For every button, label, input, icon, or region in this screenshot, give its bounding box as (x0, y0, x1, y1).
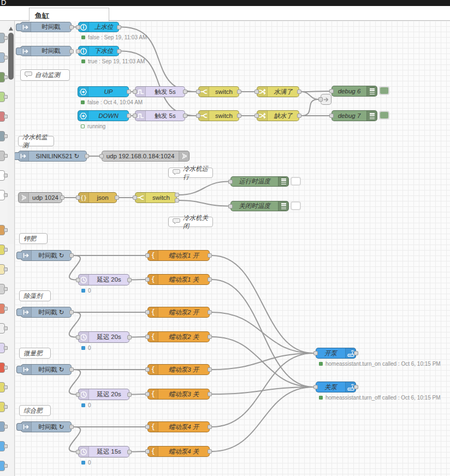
output-port[interactable] (208, 392, 212, 396)
input-port[interactable] (228, 204, 233, 209)
palette-scroll-up-icon[interactable] (9, 27, 13, 31)
input-port[interactable] (254, 114, 259, 118)
output-port[interactable] (127, 335, 132, 340)
output-port[interactable] (69, 253, 74, 258)
comment-node[interactable]: 微量肥 (19, 348, 51, 359)
input-port[interactable] (313, 385, 318, 389)
node-inject-timestamp-a[interactable]: 时间戳 ↻ (21, 250, 72, 261)
input-port[interactable] (76, 25, 80, 29)
output-port[interactable] (208, 367, 212, 372)
tab-fish-tank[interactable]: 鱼缸 (29, 8, 109, 21)
palette-node-stub[interactable] (0, 111, 5, 122)
input-port[interactable] (145, 253, 150, 258)
palette-node-stub[interactable] (0, 131, 5, 141)
input-port[interactable] (76, 392, 80, 397)
node-switch-3[interactable]: switch (135, 192, 177, 203)
palette-node-stub[interactable] (0, 362, 5, 373)
palette-node-stub[interactable] (0, 33, 5, 43)
node-udp-out[interactable]: udp 192.168.0.184:1024 (102, 151, 190, 162)
node-debug-6[interactable]: debug 6 (331, 86, 377, 97)
output-port[interactable] (127, 90, 131, 94)
output-port[interactable] (115, 195, 119, 200)
input-port[interactable] (313, 351, 318, 355)
input-port[interactable] (133, 114, 137, 118)
comment-node[interactable]: 冷水机运行 (168, 168, 213, 178)
node-delay-b[interactable]: 延迟 20s (78, 331, 129, 343)
node-pump2-off[interactable]: {蠕动泵2 关 (147, 331, 210, 342)
debug-toggle-button[interactable] (379, 86, 389, 95)
node-pump4-off[interactable]: {蠕动泵4 关 (147, 446, 210, 457)
output-port[interactable] (237, 90, 241, 94)
input-port[interactable] (145, 335, 150, 339)
output-port[interactable] (60, 195, 64, 200)
palette-node-stub[interactable] (0, 190, 5, 200)
node-inject-timestamp-b[interactable]: 时间戳 ↻ (21, 307, 72, 318)
node-debug-temp-running[interactable]: 运行时温度 (230, 176, 289, 187)
node-inject-sinilink[interactable]: SINILINK521 ↻ (18, 151, 87, 162)
output-port[interactable] (208, 425, 212, 429)
node-pump3-on[interactable]: {蠕动泵3 开 (147, 364, 210, 375)
input-port[interactable] (99, 154, 104, 158)
comment-node[interactable]: 除藻剂 (19, 290, 51, 301)
palette-node-stub[interactable] (0, 151, 5, 161)
node-link-out[interactable] (321, 94, 331, 105)
output-port[interactable] (127, 392, 132, 397)
node-pump1-on[interactable]: {蠕动泵1 开 (147, 250, 210, 261)
palette-node-stub[interactable] (0, 343, 5, 353)
input-port[interactable] (76, 49, 80, 53)
node-pump1-off[interactable]: {蠕动泵1 关 (147, 274, 210, 285)
input-port[interactable] (196, 90, 200, 94)
input-port[interactable] (76, 450, 80, 454)
node-pump2-on[interactable]: {蠕动泵2 开 (147, 307, 210, 318)
node-ha-pump-on[interactable]: 开泵 (316, 348, 356, 359)
debug-toggle-button[interactable] (291, 177, 301, 186)
input-port[interactable] (329, 89, 334, 93)
comment-node[interactable]: 自动监测 (20, 69, 70, 81)
inject-trigger-button[interactable] (16, 23, 21, 31)
palette-node-stub[interactable] (0, 225, 5, 235)
palette-node-stub[interactable] (0, 264, 5, 275)
input-port[interactable] (145, 425, 150, 429)
node-delay-a[interactable]: 延迟 20s (78, 274, 129, 285)
inject-trigger-button[interactable] (16, 366, 22, 373)
input-port[interactable] (76, 335, 80, 340)
palette-node-stub[interactable] (0, 461, 5, 471)
output-port[interactable] (117, 25, 121, 29)
palette-node-stub[interactable] (0, 170, 5, 181)
comment-node[interactable]: 冷水机关闭 (168, 217, 213, 227)
output-port[interactable] (69, 310, 74, 314)
input-port[interactable] (76, 195, 80, 200)
node-down-event[interactable]: DOWN (78, 110, 129, 121)
input-port[interactable] (145, 367, 150, 372)
output-port[interactable] (208, 335, 212, 339)
output-port[interactable] (208, 310, 212, 314)
output-port[interactable] (117, 49, 121, 53)
input-port[interactable] (133, 195, 137, 200)
inject-trigger-button[interactable] (16, 308, 22, 316)
node-debug-temp-closed[interactable]: 关闭时温度 (230, 201, 289, 211)
input-port[interactable] (133, 90, 137, 94)
input-port[interactable] (318, 97, 323, 102)
node-pump3-off[interactable]: {蠕动泵3 关 (147, 389, 210, 400)
output-port[interactable] (297, 114, 301, 118)
palette-node-stub[interactable] (0, 421, 5, 432)
node-up-event[interactable]: UP (78, 86, 129, 97)
input-port[interactable] (76, 278, 80, 282)
output-port[interactable] (208, 449, 212, 454)
input-port[interactable] (329, 114, 334, 118)
output-port[interactable] (69, 425, 74, 429)
node-debug-7[interactable]: debug 7 (331, 110, 377, 121)
node-upper-water-level[interactable]: 上水位 (78, 22, 119, 32)
output-port[interactable] (127, 114, 131, 118)
node-lower-water-level[interactable]: 下水位 (78, 46, 119, 56)
palette-node-stub[interactable] (0, 323, 5, 334)
palette-node-stub[interactable] (0, 52, 5, 63)
palette-node-stub[interactable] (0, 245, 5, 255)
debug-toggle-button[interactable] (379, 111, 389, 120)
palette-scrollbar-thumb[interactable] (8, 33, 14, 80)
node-change-water-empty[interactable]: 缺水了 (257, 110, 299, 121)
node-trigger-5s-1[interactable]: 触发 5s (135, 86, 185, 97)
node-inject-timestamp-2[interactable]: 时间戳 (20, 46, 72, 56)
input-port[interactable] (145, 277, 150, 282)
node-inject-timestamp-c[interactable]: 时间戳 ↻ (21, 364, 72, 375)
